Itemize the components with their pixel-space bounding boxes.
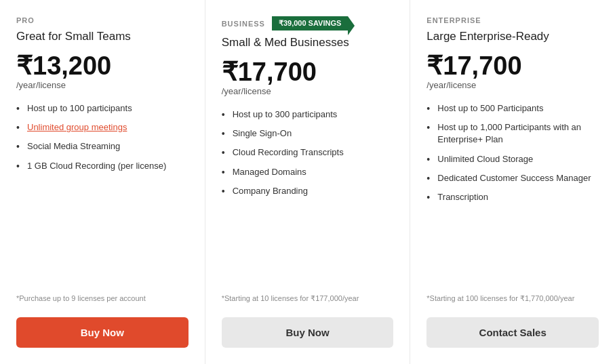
savings-badge-business: ₹39,000 SAVINGS xyxy=(272,16,348,31)
plan-header-business: BUSINESS₹39,000 SAVINGS xyxy=(222,16,394,31)
plan-note-pro: *Purchase up to 9 licenses per account xyxy=(16,294,189,304)
buy-button-pro[interactable]: Buy Now xyxy=(16,317,189,348)
plan-card-business: BUSINESS₹39,000 SAVINGSSmall & Med Busin… xyxy=(205,0,411,364)
list-item: Unlimited Cloud Storage xyxy=(426,153,599,165)
plan-tagline-business: Small & Med Businesses xyxy=(222,36,394,49)
plan-label-business: BUSINESS xyxy=(222,20,265,28)
plan-note-business: *Starting at 10 licenses for ₹177,000/ye… xyxy=(222,294,394,304)
plan-price-pro: ₹13,200 xyxy=(16,53,189,79)
list-item: Host up to 100 participants xyxy=(16,102,189,115)
plan-note-enterprise: *Starting at 100 licenses for ₹1,770,000… xyxy=(426,294,599,304)
features-list-pro: Host up to 100 participantsUnlimited gro… xyxy=(16,102,189,285)
list-item: Dedicated Customer Success Manager xyxy=(426,172,599,184)
features-list-business: Host up to 300 participantsSingle Sign-O… xyxy=(222,108,394,285)
list-item: 1 GB Cloud Recording (per license) xyxy=(16,160,189,172)
plan-tagline-pro: Great for Small Teams xyxy=(16,30,189,43)
plan-header-pro: PRO xyxy=(16,16,189,24)
pricing-container: PROGreat for Small Teams₹13,200/year/lic… xyxy=(0,0,615,364)
feature-link[interactable]: Unlimited group meetings xyxy=(27,122,127,132)
buy-button-enterprise[interactable]: Contact Sales xyxy=(426,317,599,348)
plan-period-enterprise: /year/license xyxy=(426,80,599,90)
list-item: Company Branding xyxy=(222,185,394,197)
list-item: Host up to 300 participants xyxy=(222,108,394,121)
list-item: Social Media Streaming xyxy=(16,140,189,153)
list-item: Single Sign-On xyxy=(222,127,394,140)
features-list-enterprise: Host up to 500 ParticipantsHost up to 1,… xyxy=(426,102,599,285)
plan-period-pro: /year/license xyxy=(16,80,189,90)
list-item: Host up to 500 Participants xyxy=(426,102,599,115)
plan-label-pro: PRO xyxy=(16,16,35,24)
list-item: Managed Domains xyxy=(222,166,394,178)
list-item: Unlimited group meetings xyxy=(16,121,189,134)
plan-price-enterprise: ₹17,700 xyxy=(426,53,599,79)
plan-label-enterprise: ENTERPRISE xyxy=(426,16,481,24)
plan-card-pro: PROGreat for Small Teams₹13,200/year/lic… xyxy=(0,0,205,364)
list-item: Cloud Recording Transcripts xyxy=(222,146,394,159)
plan-header-enterprise: ENTERPRISE xyxy=(426,16,599,24)
plan-price-business: ₹17,700 xyxy=(222,59,394,85)
buy-button-business[interactable]: Buy Now xyxy=(222,317,394,348)
plan-period-business: /year/license xyxy=(222,86,394,96)
list-item: Transcription xyxy=(426,191,599,203)
list-item: Host up to 1,000 Participants with an En… xyxy=(426,121,599,146)
plan-card-enterprise: ENTERPRISELarge Enterprise-Ready₹17,700/… xyxy=(410,0,615,364)
plan-tagline-enterprise: Large Enterprise-Ready xyxy=(426,30,599,43)
